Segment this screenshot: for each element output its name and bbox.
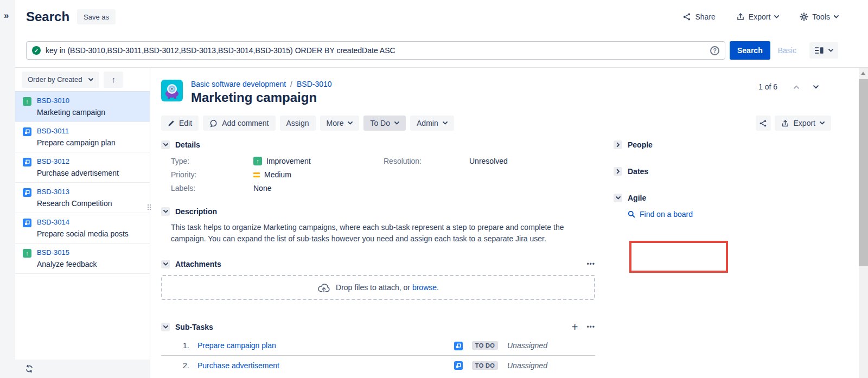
order-by-dropdown[interactable]: Order by Created — [22, 72, 99, 88]
syntax-help-icon[interactable]: ? — [710, 46, 719, 55]
issue-key: BSD-3014 — [37, 218, 129, 226]
panel-resize-handle[interactable] — [148, 204, 152, 210]
gear-icon — [800, 12, 808, 21]
detail-view-icon — [814, 47, 824, 54]
chevron-down-icon — [348, 121, 353, 125]
chevron-down-icon — [443, 121, 448, 125]
issue-main-column: Details Type: ↑ Improvement Resolution: … — [161, 140, 595, 375]
list-item[interactable]: ↑ BSD-3015 Analyze feedback — [15, 244, 150, 274]
cloud-upload-icon — [317, 283, 330, 292]
add-comment-button[interactable]: Add comment — [203, 116, 275, 131]
resolution-label: Resolution: — [384, 157, 469, 165]
subtask-link[interactable]: Prepare campaign plan — [197, 341, 276, 350]
list-item[interactable]: BSD-3011 Prepare campaign plan — [15, 122, 150, 152]
dropzone-text: Drop files to attach, or browse. — [336, 283, 439, 292]
breadcrumb-project-link[interactable]: Basic software development — [191, 80, 286, 88]
assign-button[interactable]: Assign — [280, 116, 316, 131]
add-subtask-icon[interactable]: + — [572, 322, 578, 332]
list-item[interactable]: BSD-3012 Purchase advertisement — [15, 152, 150, 183]
collapse-description-icon[interactable] — [161, 207, 170, 216]
description-heading: Description — [175, 207, 217, 216]
collapse-agile-icon[interactable] — [614, 194, 622, 202]
attachments-menu-icon[interactable]: ••• — [586, 260, 595, 268]
find-on-board-link[interactable]: Find on a board — [628, 210, 787, 219]
export-issue-button[interactable]: Export — [775, 116, 831, 131]
search-icon — [628, 210, 635, 218]
attachments-section: Attachments ••• Drop files to attach, or… — [161, 260, 595, 300]
issue-summary: Prepare campaign plan — [37, 138, 116, 147]
subtasks-heading: Sub-Tasks — [175, 323, 213, 331]
view-layout-toggle[interactable] — [809, 42, 838, 59]
tools-button[interactable]: Tools — [800, 12, 839, 21]
attachments-heading: Attachments — [175, 260, 221, 268]
improvement-type-icon: ↑ — [23, 249, 31, 258]
attachment-dropzone[interactable]: Drop files to attach, or browse. — [161, 275, 595, 300]
admin-menu-button[interactable]: Admin — [410, 116, 454, 131]
share-button[interactable]: Share — [682, 12, 715, 21]
subtasks-menu-icon[interactable]: ••• — [586, 323, 595, 331]
expand-people-icon[interactable] — [614, 140, 622, 149]
subtask-row: 2. Purchase advertisement TO DO Unassign… — [161, 355, 595, 375]
people-heading: People — [628, 140, 653, 149]
jql-query-input[interactable] — [46, 46, 705, 55]
subtask-number: 2. — [183, 361, 197, 370]
list-item[interactable]: ↑ BSD-3010 Marketing campaign — [15, 92, 150, 122]
search-bar-row: ✓ ? Search Basic — [15, 34, 868, 67]
next-issue-button[interactable] — [810, 83, 822, 91]
chevron-up-icon — [794, 85, 799, 89]
chevron-down-icon — [394, 121, 399, 125]
agile-panel[interactable]: Agile — [614, 194, 787, 202]
list-item[interactable]: BSD-3014 Prepare social media posts — [15, 213, 150, 244]
people-panel[interactable]: People — [614, 140, 787, 149]
scrollbar-up-arrow[interactable] — [861, 72, 865, 75]
issue-summary: Marketing campaign — [37, 108, 105, 117]
chevron-down-icon — [820, 121, 825, 125]
export-button[interactable]: Export — [736, 12, 779, 21]
type-label: Type: — [171, 157, 253, 165]
dates-heading: Dates — [628, 167, 648, 176]
query-valid-icon: ✓ — [32, 46, 41, 55]
browse-link[interactable]: browse. — [412, 283, 439, 292]
jira-search-page: » Search Save as Share Export — [0, 0, 868, 378]
expand-dates-icon[interactable] — [614, 167, 622, 176]
breadcrumb-issue-link[interactable]: BSD-3010 — [297, 80, 332, 88]
result-pager: 1 of 6 — [758, 82, 822, 91]
collapse-subtasks-icon[interactable] — [161, 323, 170, 331]
subtask-link[interactable]: Purchase advertisement — [197, 361, 279, 370]
scrollbar-thumb[interactable] — [859, 79, 868, 266]
description-text: This task helps to organize Marketing ca… — [171, 222, 572, 245]
more-menu-button[interactable]: More — [320, 116, 360, 131]
expand-sidebar-icon[interactable]: » — [4, 11, 15, 20]
issue-title: Marketing campaign — [191, 90, 332, 105]
dates-panel[interactable]: Dates — [614, 167, 787, 176]
vertical-scrollbar[interactable] — [859, 68, 868, 378]
issue-summary: Purchase advertisement — [37, 169, 119, 177]
collapse-attachments-icon[interactable] — [161, 260, 170, 268]
previous-issue-button[interactable] — [790, 83, 802, 91]
refresh-icon[interactable] — [25, 364, 34, 373]
page-header: Search Save as Share Export — [15, 0, 868, 34]
save-as-button[interactable]: Save as — [77, 9, 116, 24]
sort-direction-button[interactable]: ↑ — [104, 72, 123, 88]
export-icon — [736, 12, 745, 21]
issue-key: BSD-3010 — [37, 97, 105, 105]
edit-button[interactable]: Edit — [161, 116, 199, 131]
sort-bar: Order by Created ↑ — [15, 68, 150, 92]
resolution-value: Unresolved — [469, 157, 595, 165]
priority-label: Priority: — [171, 170, 253, 179]
subtask-type-icon — [454, 361, 463, 370]
labels-label: Labels: — [171, 184, 253, 193]
collapsed-sidebar-rail: » — [0, 0, 15, 378]
issue-list: ↑ BSD-3010 Marketing campaign BSD-3011 P… — [15, 92, 150, 360]
collapse-details-icon[interactable] — [161, 140, 170, 149]
list-item[interactable]: BSD-3013 Research Competition — [15, 183, 150, 213]
basic-mode-link[interactable]: Basic — [778, 46, 796, 55]
pager-count: 1 of 6 — [758, 82, 777, 91]
jql-query-box[interactable]: ✓ ? — [26, 41, 725, 60]
description-section: Description This task helps to organize … — [161, 207, 595, 245]
share-issue-button[interactable] — [756, 116, 771, 131]
search-button[interactable]: Search — [730, 41, 770, 60]
header-actions: Share Export To — [682, 12, 839, 21]
status-transition-button[interactable]: To Do — [363, 116, 406, 131]
issue-summary: Research Competition — [37, 199, 112, 208]
